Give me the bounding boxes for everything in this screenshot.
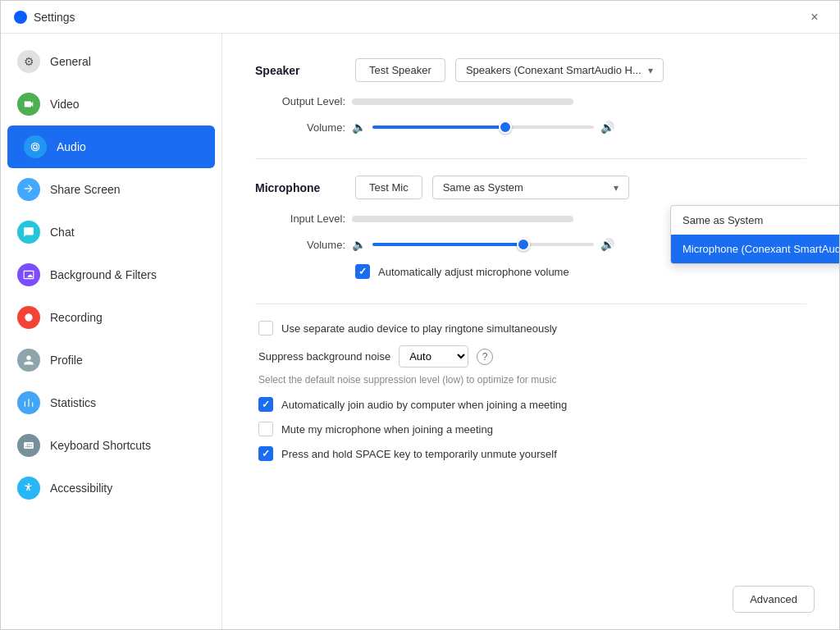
microphone-volume-slider[interactable]: [372, 243, 594, 246]
sidebar-item-statistics[interactable]: Statistics: [1, 381, 221, 424]
options-divider: [255, 304, 806, 304]
sidebar-label-general: General: [50, 55, 91, 68]
sidebar-item-share-screen[interactable]: Share Screen: [1, 168, 221, 211]
sidebar-item-video[interactable]: Video: [1, 83, 221, 126]
sidebar-item-recording[interactable]: Recording: [1, 296, 221, 339]
svg-point-0: [25, 313, 32, 321]
settings-content: Speaker Test Speaker Speakers (Conexant …: [222, 34, 839, 629]
microphone-dropdown-text: Same as System: [443, 181, 607, 194]
microphone-row: Microphone Test Mic Same as System ▾: [255, 176, 806, 199]
test-speaker-button[interactable]: Test Speaker: [355, 58, 445, 82]
mic-volume-label: Volume:: [255, 239, 345, 251]
title-bar: Settings ×: [1, 1, 839, 34]
mic-vol-max-icon: 🔊: [600, 238, 614, 251]
test-mic-button[interactable]: Test Mic: [355, 176, 422, 199]
auto-join-label: Automatically join audio by computer whe…: [281, 399, 567, 411]
auto-adjust-checkbox[interactable]: [355, 264, 370, 279]
suppress-help-icon[interactable]: ?: [477, 349, 493, 365]
sidebar-item-background[interactable]: Background & Filters: [1, 253, 221, 296]
space-key-label: Press and hold SPACE key to temporarily …: [281, 448, 557, 460]
sidebar-label-audio: Audio: [57, 140, 86, 153]
microphone-dropdown-arrow: ▾: [614, 182, 619, 194]
microphone-dropdown[interactable]: Same as System ▾: [432, 176, 629, 199]
separate-audio-label: Use separate audio device to play ringto…: [281, 322, 557, 335]
mute-label: Mute my microphone when joining a meetin…: [281, 423, 493, 436]
audio-icon: [24, 135, 47, 158]
app-icon: [14, 11, 27, 24]
sidebar-label-chat: Chat: [50, 226, 75, 239]
speaker-vol-min-icon: 🔈: [352, 121, 366, 134]
separate-audio-row: Use separate audio device to play ringto…: [255, 321, 806, 336]
keyboard-icon: [17, 434, 40, 457]
input-level-label: Input Level:: [255, 212, 345, 225]
suppress-noise-row: Suppress background noise Auto Low Mediu…: [255, 345, 806, 368]
dropdown-option-same-as-system[interactable]: Same as System: [671, 206, 839, 235]
auto-adjust-label: Automatically adjust microphone volume: [378, 266, 569, 278]
speaker-section: Speaker Test Speaker Speakers (Conexant …: [255, 58, 806, 134]
suppress-select[interactable]: Auto Low Medium High: [399, 345, 468, 368]
video-icon: [17, 93, 40, 116]
auto-join-row: Automatically join audio by computer whe…: [255, 397, 806, 412]
auto-join-checkbox[interactable]: [258, 397, 273, 412]
title-bar-left: Settings: [14, 11, 75, 24]
separate-audio-checkbox[interactable]: [258, 321, 273, 336]
microphone-section: Microphone Test Mic Same as System ▾ Sam…: [255, 176, 806, 279]
main-layout: ⚙ General Video Audio Share Screen Cha: [1, 34, 839, 629]
mute-checkbox[interactable]: [258, 422, 273, 436]
sidebar-label-recording: Recording: [50, 311, 103, 324]
sidebar-label-share-screen: Share Screen: [50, 183, 121, 196]
output-level-row: Output Level:: [255, 95, 806, 107]
sidebar-item-profile[interactable]: Profile: [1, 339, 221, 381]
sidebar-label-keyboard: Keyboard Shortcuts: [50, 439, 151, 452]
profile-icon: [17, 349, 40, 372]
input-level-bar: [352, 216, 573, 222]
sidebar-label-background: Background & Filters: [50, 268, 157, 281]
sidebar-label-profile: Profile: [50, 354, 83, 367]
sidebar-item-chat[interactable]: Chat: [1, 211, 221, 253]
suppress-hint: Select the default noise suppression lev…: [255, 374, 806, 386]
microphone-dropdown-popup: Same as System Microphone (Conexant Smar…: [670, 205, 839, 264]
close-button[interactable]: ×: [803, 6, 826, 29]
speaker-volume-slider[interactable]: [372, 126, 594, 129]
speaker-row: Speaker Test Speaker Speakers (Conexant …: [255, 58, 806, 82]
sidebar-item-accessibility[interactable]: Accessibility: [1, 467, 221, 509]
share-screen-icon: [17, 178, 40, 201]
output-level-bar: [352, 98, 573, 105]
sidebar-label-statistics: Statistics: [50, 396, 96, 409]
speaker-label: Speaker: [255, 64, 345, 77]
statistics-icon: [17, 391, 40, 414]
recording-icon: [17, 306, 40, 329]
sidebar-label-video: Video: [50, 98, 80, 111]
speaker-dropdown-arrow: ▾: [648, 65, 653, 76]
mic-vol-min-icon: 🔈: [352, 238, 366, 251]
suppress-label: Suppress background noise: [258, 350, 390, 363]
general-icon: ⚙: [17, 50, 40, 73]
mute-row: Mute my microphone when joining a meetin…: [255, 422, 806, 436]
window-title: Settings: [34, 11, 75, 24]
chat-icon: [17, 221, 40, 244]
microphone-label: Microphone: [255, 181, 345, 194]
accessibility-icon: [17, 477, 40, 500]
sidebar-item-keyboard[interactable]: Keyboard Shortcuts: [1, 424, 221, 467]
sidebar-label-accessibility: Accessibility: [50, 482, 112, 495]
speaker-dropdown[interactable]: Speakers (Conexant SmartAudio H... ▾: [455, 58, 664, 82]
advanced-button[interactable]: Advanced: [733, 586, 815, 613]
sidebar: ⚙ General Video Audio Share Screen Cha: [1, 34, 222, 629]
options-section: Use separate audio device to play ringto…: [255, 321, 806, 461]
space-key-row: Press and hold SPACE key to temporarily …: [255, 446, 806, 461]
output-level-label: Output Level:: [255, 95, 345, 107]
speaker-vol-max-icon: 🔊: [600, 121, 614, 134]
background-icon: [17, 263, 40, 286]
speaker-divider: [255, 158, 806, 159]
sidebar-item-general[interactable]: ⚙ General: [1, 40, 221, 83]
sidebar-item-audio[interactable]: Audio: [7, 126, 215, 168]
space-key-checkbox[interactable]: [258, 446, 273, 461]
dropdown-option-conexant[interactable]: Microphone (Conexant SmartAudio HD): [671, 235, 839, 263]
speaker-volume-row: Volume: 🔈 🔊: [255, 121, 806, 134]
auto-adjust-row: Automatically adjust microphone volume: [255, 264, 806, 279]
speaker-volume-label: Volume:: [255, 121, 345, 134]
speaker-dropdown-text: Speakers (Conexant SmartAudio H...: [466, 64, 641, 76]
